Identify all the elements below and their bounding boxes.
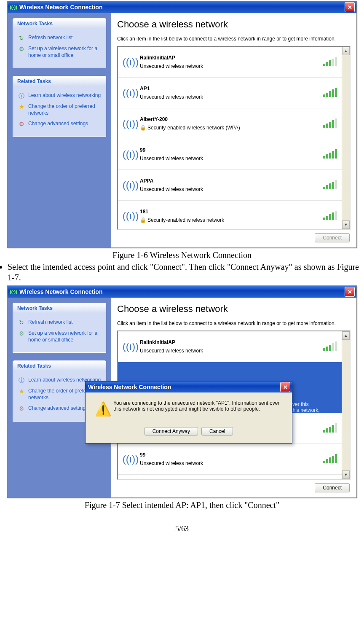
sidebar-learn-label: Learn about wireless networking xyxy=(28,92,101,99)
network-item[interactable]: ((ı)) RalinkInitialAP Unsecured wireless… xyxy=(118,331,350,362)
antenna-icon: ((ı)) xyxy=(121,87,140,99)
figure-caption-1-6: Figure 1-6 Wireless Network Connection xyxy=(0,250,364,260)
signal-icon xyxy=(323,181,337,189)
scroll-down-button[interactable]: ▼ xyxy=(342,220,350,229)
setup-icon: ⚙ xyxy=(17,46,26,52)
scroll-up-button[interactable]: ▲ xyxy=(342,47,350,55)
network-name: RalinkInitialAP xyxy=(140,339,323,345)
signal-icon xyxy=(323,342,337,351)
network-item[interactable]: ((ı)) 99 Unsecured wireless network xyxy=(118,139,350,170)
star-icon: ★ xyxy=(17,388,26,395)
signal-icon xyxy=(323,455,337,463)
sidebar-refresh[interactable]: ↻ Refresh network list xyxy=(17,319,102,326)
network-name: 99 xyxy=(140,452,323,458)
related-tasks-header: Related Tasks xyxy=(13,76,106,86)
dialog-text: You are connecting to the unsecured netw… xyxy=(113,400,284,412)
sidebar-advanced[interactable]: ⚙ Change advanced settings xyxy=(17,121,102,127)
antenna-icon: ((ı)) xyxy=(121,210,140,222)
confirm-dialog: Wireless Network Connection ✕ ⚠️ You are… xyxy=(85,381,292,444)
network-name: 99 xyxy=(140,147,323,153)
info-icon: ⓘ xyxy=(17,377,26,384)
sidebar-setup[interactable]: ⚙ Set up a wireless network for a home o… xyxy=(17,46,102,59)
network-security: Unsecured wireless network xyxy=(140,94,323,100)
network-item[interactable]: ((ı)) RalinkInitialAP Unsecured wireless… xyxy=(118,47,350,78)
close-icon[interactable]: ✕ xyxy=(345,2,355,12)
page-number: 5/63 xyxy=(0,524,364,533)
network-item[interactable]: ((ı)) AP1 Unsecured wireless network xyxy=(118,78,350,108)
dialog-title-bar[interactable]: Wireless Network Connection ✕ xyxy=(86,382,292,392)
related-tasks-header: Related Tasks xyxy=(13,361,106,371)
network-item[interactable]: ((ı)) AlbertY-200 🔒Security-enabled wire… xyxy=(118,108,350,139)
network-tasks-header: Network Tasks xyxy=(13,19,106,29)
sidebar-setup-label: Set up a wireless network for a home or … xyxy=(28,46,102,59)
network-list: ((ı)) RalinkInitialAP Unsecured wireless… xyxy=(117,46,351,230)
network-name: APPA xyxy=(140,178,323,184)
title-bar[interactable]: ((·)) Wireless Network Connection ✕ xyxy=(8,286,356,298)
connect-button[interactable]: Connect xyxy=(315,483,350,492)
network-security: 🔒Security-enabled wireless network xyxy=(140,217,323,223)
network-security: Unsecured wireless network xyxy=(140,460,323,466)
network-item[interactable]: ((ı)) APPA Unsecured wireless network xyxy=(118,170,350,201)
network-security: Unsecured wireless network xyxy=(140,186,323,192)
lock-icon: 🔒 xyxy=(140,217,146,223)
window-title: Wireless Network Connection xyxy=(19,4,102,11)
connect-button[interactable]: Connect xyxy=(315,233,350,242)
refresh-icon: ↻ xyxy=(17,35,26,41)
antenna-icon: ((ı)) xyxy=(121,453,140,465)
sidebar-refresh-label: Refresh network list xyxy=(28,35,72,41)
scroll-down-button[interactable]: ▼ xyxy=(342,470,350,479)
network-name: AP1 xyxy=(140,86,323,91)
main-pane: Choose a wireless network Click an item … xyxy=(111,298,356,497)
figure-caption-1-7: Figure 1-7 Select intended AP: AP1, then… xyxy=(0,500,364,510)
window-title: Wireless Network Connection xyxy=(19,288,102,295)
network-security: 🔒Security-enabled wireless network (WPA) xyxy=(140,125,323,131)
gear-icon: ⚙ xyxy=(17,405,26,412)
network-tasks-panel: Network Tasks ↻ Refresh network list ⚙ S… xyxy=(13,18,106,68)
network-item[interactable]: ((ı)) APPA xyxy=(118,475,350,479)
star-icon: ★ xyxy=(17,103,26,110)
wireless-window-fig1-7: ((·)) Wireless Network Connection ✕ Netw… xyxy=(7,285,357,498)
wireless-window-fig1-6: ((·)) Wireless Network Connection ✕ Netw… xyxy=(7,1,357,248)
antenna-icon: ((ı)) xyxy=(121,341,140,352)
cancel-button[interactable]: Cancel xyxy=(201,427,233,435)
signal-icon xyxy=(323,150,337,159)
signal-icon xyxy=(323,212,337,220)
scrollbar[interactable]: ▲ ▼ xyxy=(342,47,350,229)
network-security: Unsecured wireless network xyxy=(140,63,323,69)
antenna-icon: ((ı)) xyxy=(121,118,140,129)
network-item[interactable]: ((ı)) 99 Unsecured wireless network xyxy=(118,444,350,475)
refresh-icon: ↻ xyxy=(17,319,26,326)
connect-anyway-button[interactable]: Connect Anyway xyxy=(145,427,198,435)
lock-icon: 🔒 xyxy=(140,125,146,131)
info-icon: ⓘ xyxy=(17,92,26,99)
signal-icon xyxy=(323,424,337,433)
network-name: AlbertY-200 xyxy=(140,116,323,122)
close-icon[interactable]: ✕ xyxy=(345,287,355,297)
sidebar-learn[interactable]: ⓘ Learn about wireless networking xyxy=(17,92,102,99)
signal-icon xyxy=(323,58,337,66)
sidebar-setup[interactable]: ⚙ Set up a wireless network for a home o… xyxy=(17,330,102,343)
title-bar[interactable]: ((·)) Wireless Network Connection ✕ xyxy=(8,1,356,13)
scroll-up-button[interactable]: ▲ xyxy=(342,331,350,340)
page-title: Choose a wireless network xyxy=(117,19,351,30)
related-tasks-panel: Related Tasks ⓘ Learn about wireless net… xyxy=(13,76,106,137)
network-name: 181 xyxy=(140,209,323,215)
sidebar-refresh[interactable]: ↻ Refresh network list xyxy=(17,35,102,41)
sidebar-order[interactable]: ★ Change the order of preferred networks xyxy=(17,103,102,116)
sidebar-advanced-label: Change advanced settings xyxy=(28,121,88,127)
instruction-text: Click an item in the list below to conne… xyxy=(117,320,351,326)
warning-icon: ⚠️ xyxy=(93,400,113,418)
network-item[interactable]: ((ı)) 181 🔒Security-enabled wireless net… xyxy=(118,201,350,229)
network-name: RalinkInitialAP xyxy=(140,55,323,61)
close-icon[interactable]: ✕ xyxy=(280,382,290,392)
network-tasks-panel: Network Tasks ↻ Refresh network list ⚙ S… xyxy=(13,303,106,353)
instruction-bullet: Select the intended access point and cli… xyxy=(8,262,359,283)
antenna-icon: ((ı)) xyxy=(121,148,140,160)
dialog-title: Wireless Network Connection xyxy=(88,384,171,390)
wireless-icon: ((·)) xyxy=(10,288,17,295)
main-pane: Choose a wireless network Click an item … xyxy=(111,13,356,247)
page-title: Choose a wireless network xyxy=(117,304,351,314)
network-security: Unsecured wireless network xyxy=(140,156,323,161)
instruction-text: Click an item in the list below to conne… xyxy=(117,36,351,42)
gear-icon: ⚙ xyxy=(17,121,26,127)
